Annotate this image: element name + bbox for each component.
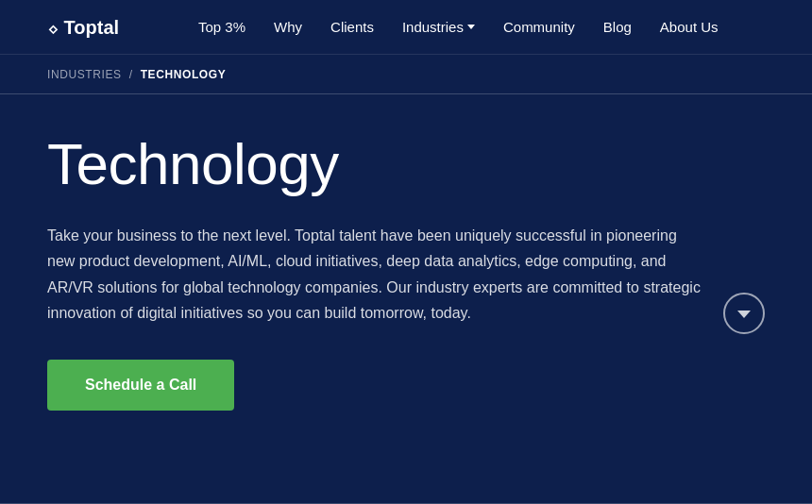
- toptal-logo[interactable]: ⬦ Toptal: [47, 14, 151, 41]
- navbar: ⬦ Toptal Top 3% Why Clients Industries C…: [0, 0, 812, 55]
- nav-item-why[interactable]: Why: [274, 19, 302, 36]
- nav-links: Top 3% Why Clients Industries Community …: [198, 19, 719, 36]
- nav-link-about[interactable]: About Us: [660, 19, 719, 35]
- nav-item-blog[interactable]: Blog: [603, 19, 632, 36]
- scroll-down-button[interactable]: [723, 293, 765, 334]
- nav-item-industries[interactable]: Industries: [402, 19, 475, 35]
- toptal-logo-icon: ⬦ Toptal: [47, 14, 151, 41]
- page-description: Take your business to the next level. To…: [47, 223, 708, 326]
- schedule-call-button[interactable]: Schedule a Call: [47, 360, 234, 411]
- main-content: Technology Take your business to the nex…: [0, 94, 812, 411]
- nav-link-industries[interactable]: Industries: [402, 19, 475, 35]
- svg-text:⬦ Toptal: ⬦ Toptal: [47, 17, 119, 38]
- nav-item-clients[interactable]: Clients: [330, 19, 374, 36]
- nav-item-about[interactable]: About Us: [660, 19, 719, 36]
- breadcrumb-separator: /: [129, 68, 133, 81]
- nav-link-top3[interactable]: Top 3%: [198, 19, 245, 35]
- nav-link-community[interactable]: Community: [503, 19, 575, 35]
- breadcrumb-current: TECHNOLOGY: [141, 68, 227, 81]
- nav-link-why[interactable]: Why: [274, 19, 302, 35]
- scroll-down-arrow-icon: [737, 311, 751, 318]
- breadcrumb-parent[interactable]: INDUSTRIES: [47, 68, 122, 81]
- chevron-down-icon: [467, 25, 475, 29]
- nav-link-blog[interactable]: Blog: [603, 19, 632, 35]
- nav-link-clients[interactable]: Clients: [330, 19, 374, 35]
- breadcrumb-section: INDUSTRIES / TECHNOLOGY: [0, 55, 812, 94]
- nav-item-community[interactable]: Community: [503, 19, 575, 36]
- nav-item-top3[interactable]: Top 3%: [198, 19, 245, 36]
- breadcrumb: INDUSTRIES / TECHNOLOGY: [47, 68, 226, 81]
- page-title: Technology: [47, 132, 765, 196]
